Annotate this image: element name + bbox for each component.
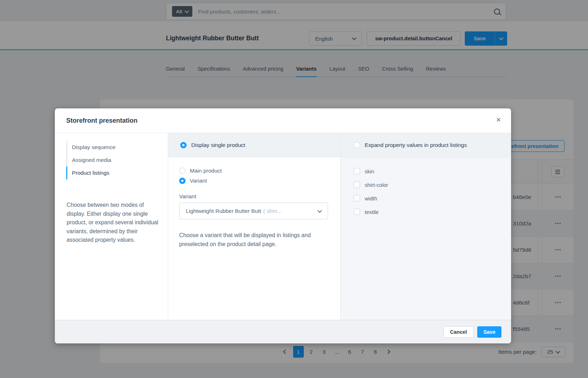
modal-body: Display sequence Assigned media Product … [55,133,511,320]
main-product-label: Main product [190,168,222,174]
expand-properties-header: Expand property values in product listin… [340,133,511,157]
display-single-product-label: Display single product [191,142,245,148]
property-label-skin: skin [365,168,374,174]
app-root: { "search": { "scope": "All", "placehold… [0,0,588,378]
display-single-product-radio[interactable] [180,142,187,148]
sidebar-item-assigned-media[interactable]: Assigned media [66,154,168,167]
checkbox-textile[interactable] [354,209,360,215]
sidebar-item-display-sequence[interactable]: Display sequence [66,141,168,154]
checkbox-skin[interactable] [354,168,360,174]
mode-description: Choose between two modes of display. Eit… [67,201,162,245]
modal-title: Storefront presentation [66,117,137,124]
modal-cancel-button[interactable]: Cancel [443,326,474,338]
storefront-presentation-modal: Storefront presentation ✕ Display sequen… [55,108,511,343]
property-label-width: width [365,195,377,201]
variant-field-label: Variant [179,193,329,200]
checkbox-shirt-color[interactable] [354,182,360,188]
single-product-mode-header: Display single product [168,133,340,157]
modal-footer: Cancel Save [55,320,511,343]
variant-option-label: Variant [190,178,207,184]
variant-select-value: Lightweight Rubber Butter Butt [186,208,261,214]
variant-select-note: ( shirt... [263,208,282,214]
chevron-down-icon [317,208,322,213]
modal-save-button[interactable]: Save [477,326,501,338]
checkbox-width[interactable] [354,195,360,201]
sidebar-item-product-listings[interactable]: Product listings [66,167,168,179]
main-product-radio[interactable] [179,168,186,174]
property-label-shirt-color: shirt-color [365,182,388,188]
expand-properties-column: Expand property values in product listin… [340,133,511,320]
variant-radio[interactable] [179,178,186,184]
property-label-textile: textile [365,209,379,215]
variant-help-text: Choose a variant that will be displayed … [179,231,330,249]
modal-header: Storefront presentation ✕ [55,108,511,133]
modal-sidebar: Display sequence Assigned media Product … [55,133,168,320]
close-icon[interactable]: ✕ [496,116,501,124]
expand-property-values-label: Expand property values in product listin… [365,142,467,148]
single-product-column: Display single product Main product Vari… [168,133,340,320]
variant-select[interactable]: Lightweight Rubber Butter Butt ( shirt..… [179,203,328,219]
expand-property-values-radio[interactable] [354,142,360,148]
